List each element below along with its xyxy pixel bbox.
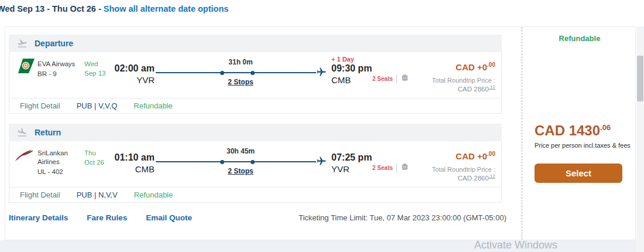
origin-plusday-spacer [104,145,155,152]
stop-dot [251,71,255,75]
date-range-text: Wed Sep 13 - Thu Oct 26 - [0,4,104,13]
departure-price-block: CAD +0.00 Total Roundtrip Price : CAD 28… [378,62,495,93]
departure-airport: CMB [104,164,155,174]
departure-time: 01:10 am [104,152,155,163]
return-section-header: Return [9,124,502,141]
refundable-tag: Refundable [134,190,173,199]
origin-plusday-spacer [104,56,155,63]
date-range-bar: Wed Sep 13 - Thu Oct 26 - Show all alter… [0,4,228,13]
ticketing-time-limit: Ticketing Time Limit: Tue, 07 Mar 2023 2… [299,213,506,222]
airline-name: EVA Airways [37,60,83,69]
departure-flight-row: EVA Airways BR - 9 Wed Sep 13 02:00 am Y… [9,52,502,114]
departure-section-header: Departure [9,35,502,52]
scrollbar-thumb[interactable] [637,56,643,101]
return-row-footer: Flight Detail PUB | N,V,V Refundable [9,187,501,202]
itinerary-details-link[interactable]: Itinerary Details [9,213,68,222]
flight-landing-icon [16,127,29,138]
airline-info: SriLankan Airlines UL - 402 [37,149,83,176]
flight-detail-link[interactable]: Flight Detail [20,101,60,110]
vertical-scrollbar[interactable] [636,26,644,252]
price-addon: CAD +0.00 [378,62,495,72]
summary-refundable-label: Refundable [523,34,636,43]
plus-one-day-label [331,145,382,152]
return-stops-link[interactable]: 2 Stops [156,167,326,175]
departure-stops-link[interactable]: 2 Stops [156,78,326,86]
summary-price: CAD 1430.06 [535,122,611,139]
arrival-time: 09:30 pm [331,63,382,74]
total-roundtrip-amount: CAD 2860.12 [378,84,495,93]
price-per-person-note: Price per person incl.taxes & fees [535,142,631,149]
flight-number: BR - 9 [37,70,83,79]
departure-row-footer: Flight Detail PUB | V,V,Q Refundable [9,98,501,113]
return-price-block: CAD +0.00 Total Roundtrip Price : CAD 28… [378,151,495,182]
stop-dot [251,160,255,164]
return-route: 30h 45m 2 Stops [156,146,326,182]
email-quote-link[interactable]: Email Quote [146,213,192,222]
fare-basis-code: PUB | N,V,V [77,190,118,199]
flight-takeoff-icon [16,38,29,49]
total-roundtrip-label: Total Roundtrip Price : [378,166,495,173]
flight-result-card: Departure EVA Airways BR - 9 Wed Sep 13 … [5,26,636,240]
return-origin: 01:10 am CMB [104,145,155,175]
route-line [156,72,316,73]
departure-airport: YVR [104,75,155,85]
fare-rules-link[interactable]: Fare Rules [87,213,127,222]
eva-airways-logo [14,58,35,74]
arrival-time: 07:25 pm [331,152,382,163]
stop-dot [220,160,224,164]
departure-duration: 31h 0m [156,58,326,66]
flight-detail-link[interactable]: Flight Detail [20,190,60,199]
departure-route: 31h 0m 2 Stops [156,57,326,93]
departure-origin: 02:00 am YVR [104,56,155,86]
return-flight-row: SriLankan Airlines UL - 402 Thu Oct 26 0… [9,141,502,203]
fare-basis-code: PUB | V,V,Q [77,101,118,110]
return-duration: 30h 45m [156,147,326,155]
airline-name: SriLankan Airlines [37,149,83,166]
activate-windows-watermark: Activate Windows [474,239,557,251]
price-addon: CAD +0.00 [378,151,495,161]
total-roundtrip-amount: CAD 2860.12 [378,173,495,182]
return-section-title: Return [35,128,61,137]
plus-one-day-label: + 1 Day [331,56,382,63]
select-button[interactable]: Select [535,164,622,183]
flight-number: UL - 402 [37,168,83,176]
summary-divider [522,27,522,240]
stop-dot [220,71,224,75]
refundable-tag: Refundable [133,101,173,110]
card-footer-links: Itinerary Details Fare Rules Email Quote… [9,213,506,222]
departure-time: 02:00 am [104,63,155,74]
srilankan-airlines-logo [14,147,35,163]
price-summary-panel: Refundable CAD 1430.06 Price per person … [523,27,636,240]
airline-info: EVA Airways BR - 9 [37,60,83,79]
route-line [156,161,316,162]
departure-section-title: Departure [35,39,73,48]
alternate-dates-link[interactable]: Show all alternate date options [104,4,229,13]
total-roundtrip-label: Total Roundtrip Price : [378,77,495,84]
